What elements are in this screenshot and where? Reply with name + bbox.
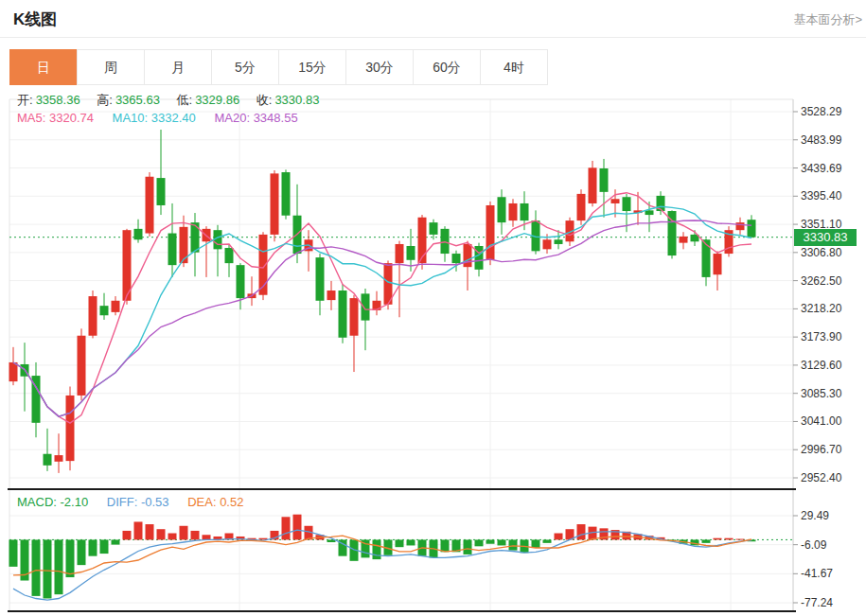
candle-body [89, 296, 97, 336]
macd-bar [702, 539, 711, 542]
price-axis-label: 3041.00 [801, 414, 842, 428]
current-price-tag: 3330.83 [794, 229, 857, 246]
macd-bar [89, 539, 97, 555]
candle-body [44, 454, 52, 466]
macd-bar [714, 538, 722, 540]
candle-body [430, 222, 438, 235]
candle-body [339, 290, 347, 338]
candle-body [282, 172, 291, 216]
candle-body [543, 239, 552, 249]
candle-body [736, 222, 745, 230]
macd-bar [180, 526, 188, 540]
candle-body [680, 237, 688, 243]
candle-body [452, 254, 461, 263]
macd-bar [293, 515, 302, 540]
macd-bar [486, 539, 495, 543]
macd-bar [123, 531, 132, 539]
candle-body [112, 301, 120, 312]
price-axis-label: 3306.80 [801, 246, 842, 259]
price-axis-label: 3395.40 [801, 189, 842, 202]
candle-body [362, 293, 370, 320]
candle-body [134, 229, 143, 239]
macd-bar [555, 534, 563, 540]
macd-bar [44, 539, 52, 598]
macd-bar [282, 517, 291, 539]
y-axis: 3528.293483.993439.693395.403351.103306.… [793, 99, 842, 611]
macd-axis-label: -6.09 [801, 538, 827, 552]
macd-bars [9, 515, 756, 599]
candle-body [464, 244, 472, 267]
macd-bar [736, 539, 745, 540]
candle-body [441, 229, 450, 254]
candle-body [600, 168, 609, 192]
price-axis-label: 3483.99 [801, 133, 842, 147]
candle-body [396, 244, 404, 263]
price-axis-label: 2952.40 [801, 471, 842, 484]
macd-bar [100, 539, 109, 554]
kline-page: K线图 基本面分析> 日周月5分15分30分60分4时 3528.293483.… [0, 0, 866, 616]
candle-body [498, 197, 506, 222]
price-axis-label: 3085.30 [801, 387, 842, 400]
candle-body [55, 455, 63, 462]
candle-body [191, 222, 200, 253]
candle-body [100, 306, 109, 315]
macd-bar [509, 539, 518, 550]
macd-bar [66, 539, 75, 577]
macd-bar [32, 539, 41, 595]
macd-bar [9, 539, 18, 566]
macd-bar [543, 539, 552, 542]
candle-body [714, 254, 722, 274]
candle-body [316, 257, 325, 301]
candle-body [577, 194, 586, 220]
macd-bar [134, 521, 143, 539]
candle-body [237, 265, 245, 298]
macd-bar [396, 539, 404, 547]
price-axis-label: 3262.50 [801, 274, 842, 288]
macd-bar [373, 539, 381, 559]
candle-body [702, 239, 711, 277]
candle-body [748, 220, 756, 238]
candle-body [66, 396, 75, 461]
macd-bar [168, 534, 177, 540]
kline-chart: 3528.293483.993439.693395.403351.103306.… [0, 0, 866, 616]
candle-body [225, 248, 234, 263]
candle-body [555, 239, 563, 244]
candle-body [589, 167, 597, 203]
macd-bar [78, 539, 86, 565]
candle-body [623, 197, 631, 211]
candle-body [9, 362, 18, 381]
macd-axis-label: -41.67 [801, 567, 833, 580]
macd-bar [407, 539, 415, 545]
candle-body [157, 178, 166, 205]
candle-body [509, 203, 518, 220]
candle-body [486, 205, 495, 260]
candle-body [168, 234, 177, 266]
macd-axis-label: 29.49 [801, 509, 829, 522]
price-axis-label: 3129.60 [801, 359, 842, 372]
macd-bar [441, 539, 450, 552]
candle-body [645, 210, 654, 215]
macd-bar [577, 524, 586, 539]
price-axis-label: 3173.90 [801, 330, 842, 343]
macd-bar [475, 539, 484, 546]
candle-body [407, 246, 415, 260]
macd-bar [725, 538, 733, 540]
candle-body [146, 177, 154, 234]
candle-body [78, 336, 86, 396]
macd-bar [203, 535, 211, 539]
diff-line [13, 530, 751, 600]
macd-bar [464, 539, 472, 554]
macd-axis-label: -77.24 [801, 596, 833, 609]
candle-body [327, 290, 336, 300]
macd-bar [146, 524, 154, 539]
candle-body [521, 203, 529, 220]
macd-bar [498, 539, 506, 545]
price-axis-label: 2996.70 [801, 443, 842, 456]
macd-bar [112, 539, 120, 544]
price-axis-label: 3528.29 [801, 105, 842, 118]
ma5-line [13, 193, 751, 423]
candle-body [271, 173, 279, 235]
price-axis-label: 3218.20 [801, 302, 842, 315]
macd-bar [191, 531, 200, 539]
price-axis-label: 3439.69 [801, 162, 842, 175]
